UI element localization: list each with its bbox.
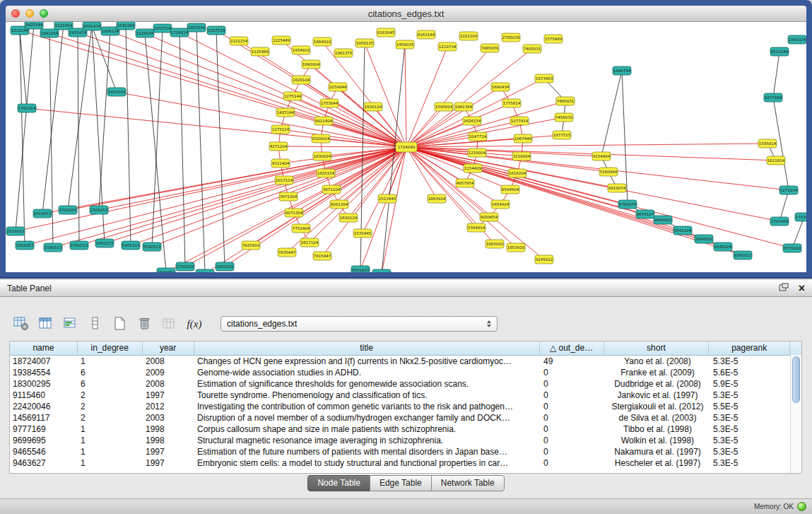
graph-node[interactable]: 1961364 (454, 103, 473, 111)
graph-node[interactable]: 1067444 (514, 134, 532, 143)
graph-node[interactable]: 2785039 (502, 33, 520, 42)
table-row[interactable]: 1938455462009Genome-wide association stu… (10, 367, 801, 378)
graph-node[interactable]: 2516033 (6, 227, 25, 235)
graph-node[interactable]: 1842004 (302, 60, 320, 69)
column-header-out-degree[interactable]: △ out_de… (540, 341, 604, 355)
graph-node[interactable]: 7485039 (481, 44, 499, 52)
graph-node[interactable]: 1216004 (468, 148, 486, 157)
graph-node[interactable]: 1275144 (283, 92, 302, 100)
graph-node[interactable]: 1126034 (136, 29, 154, 37)
graph-node[interactable]: 1830024 (313, 152, 331, 160)
graph-node[interactable]: 1690434 (491, 83, 510, 91)
graph-node[interactable]: 9911404 (314, 117, 333, 125)
graph-node[interactable]: 1857534 (187, 23, 206, 32)
graph-node[interactable]: 1775614 (502, 99, 521, 107)
graph-node[interactable]: 1541304 (117, 22, 135, 30)
graph-node[interactable]: 1459035 (396, 40, 414, 49)
graph-node[interactable]: 1791050 (176, 262, 194, 271)
graph-node[interactable]: 1891173 (95, 239, 114, 247)
graph-node[interactable]: 1654924 (491, 200, 510, 209)
graph-node[interactable]: 1625144 (25, 22, 43, 29)
graph-node[interactable]: 1877515 (553, 131, 571, 139)
graph-node[interactable]: 8071304 (285, 209, 303, 217)
close-panel-icon[interactable]: × (799, 283, 805, 294)
graph-node[interactable]: 1625154 (317, 169, 335, 177)
graph-node[interactable]: 1595824 (435, 103, 453, 111)
graph-node[interactable]: 2516053 (33, 209, 52, 218)
graph-node[interactable]: 1591953 (59, 206, 77, 214)
graph-node[interactable]: 5304914 (467, 223, 486, 232)
graph-node[interactable]: 5160494 (599, 168, 618, 176)
graph-node[interactable]: 8679107 (636, 210, 654, 218)
graph-node[interactable]: 1691050 (196, 269, 214, 272)
graph-node[interactable]: 1691434 (83, 22, 101, 30)
graph-node[interactable]: 7485031 (523, 45, 541, 53)
graph-node[interactable]: 7485031 (556, 97, 575, 105)
graph-node[interactable]: 8320014 (312, 134, 330, 143)
graph-node[interactable]: 6504904 (501, 185, 519, 194)
graph-node[interactable]: 1513445 (378, 194, 396, 203)
graph-node[interactable]: 1863924 (428, 194, 446, 203)
table-row[interactable]: 946554611997Estimation of the future num… (10, 446, 801, 457)
graph-node[interactable]: 1575489 (544, 35, 563, 43)
table-row[interactable]: 2242004622012Investigating the contribut… (10, 401, 801, 412)
graph-node[interactable]: 1705314 (18, 104, 36, 112)
graph-node[interactable]: 9154494 (592, 152, 611, 160)
graph-node[interactable]: 5590513 (143, 243, 161, 251)
graph-node[interactable]: 7458032 (555, 113, 573, 122)
edit-table-icon[interactable] (61, 315, 81, 333)
delete-table-icon[interactable] (135, 315, 155, 333)
column-header-in-degree[interactable]: in_degree (78, 341, 143, 355)
table-row[interactable]: 946362711997Embryonic stem cells: a mode… (10, 457, 801, 469)
tab-node-table[interactable]: Node Table (307, 475, 370, 491)
column-header-pagerank[interactable]: pagerank (709, 341, 790, 355)
minimize-window-button[interactable] (25, 9, 34, 18)
column-header-year[interactable]: year (143, 341, 194, 355)
column-visibility-icon[interactable] (36, 315, 56, 333)
graph-node[interactable]: 8163144 (417, 30, 435, 39)
table-row[interactable]: 1872400712008Changes of HCN gene express… (10, 356, 801, 367)
graph-node[interactable]: 1154409 (464, 164, 482, 173)
graph-node[interactable]: 5905103 (122, 241, 140, 250)
table-settings-icon[interactable] (11, 315, 31, 333)
graph-node[interactable]: 1703454 (795, 213, 806, 221)
graph-node[interactable]: 9059654 (480, 213, 498, 221)
graph-node[interactable]: 1626154 (463, 117, 481, 125)
graph-node[interactable]: 1863920 (486, 240, 504, 248)
column-header-short[interactable]: short (604, 341, 710, 355)
graph-node[interactable]: 1703464 (770, 217, 789, 226)
graph-node[interactable]: 1944794 (613, 66, 631, 75)
graph-node[interactable]: 7751404 (292, 224, 310, 233)
graph-node[interactable]: 1973403 (535, 74, 553, 83)
table-select-dropdown[interactable]: citations_edges.txt (220, 316, 498, 332)
graph-node[interactable]: 8163045 (377, 28, 395, 37)
graph-node[interactable]: 4271204 (269, 142, 288, 151)
graph-node[interactable]: 1664910 (313, 37, 331, 46)
graph-node[interactable]: 1958125 (355, 39, 374, 47)
graph-node[interactable]: 1841094 (40, 29, 59, 37)
graph-node[interactable]: 1830124 (364, 103, 382, 111)
column-header-title[interactable]: title (194, 341, 540, 355)
graph-node[interactable]: 1425144 (276, 108, 295, 117)
graph-node[interactable]: 8919074 (608, 184, 626, 192)
graph-node[interactable]: 1595814 (758, 139, 777, 148)
window-titlebar[interactable]: citations_edges.txt (6, 6, 806, 22)
graph-node[interactable]: 9245012 (535, 255, 553, 264)
graph-node[interactable]: 1077414 (510, 117, 529, 125)
graph-node[interactable]: 1630124 (339, 214, 358, 222)
graph-node[interactable]: 1621814 (767, 156, 785, 165)
tab-edge-table[interactable]: Edge Table (370, 475, 432, 491)
column-header-name[interactable]: name (10, 341, 78, 355)
table-row[interactable]: 911546021997Tourette syndrome. Phenomeno… (10, 390, 801, 401)
graph-node[interactable]: 9581003 (351, 266, 370, 272)
graph-node[interactable]: 3671304 (279, 192, 298, 201)
table-row[interactable]: 977716911998Corpus callosum shape and si… (10, 424, 801, 435)
graph-node[interactable]: 1694502 (695, 235, 713, 243)
graph-node[interactable]: 9277444 (764, 93, 782, 102)
close-window-button[interactable] (11, 9, 20, 18)
graph-node[interactable]: 1616204 (508, 169, 526, 177)
graph-node[interactable]: 1841024 (788, 35, 806, 44)
graph-node[interactable]: 1501053 (90, 206, 108, 214)
graph-node[interactable]: 1828104 (292, 76, 310, 84)
table-row[interactable]: 1830029562008Estimation of significance … (10, 378, 801, 390)
